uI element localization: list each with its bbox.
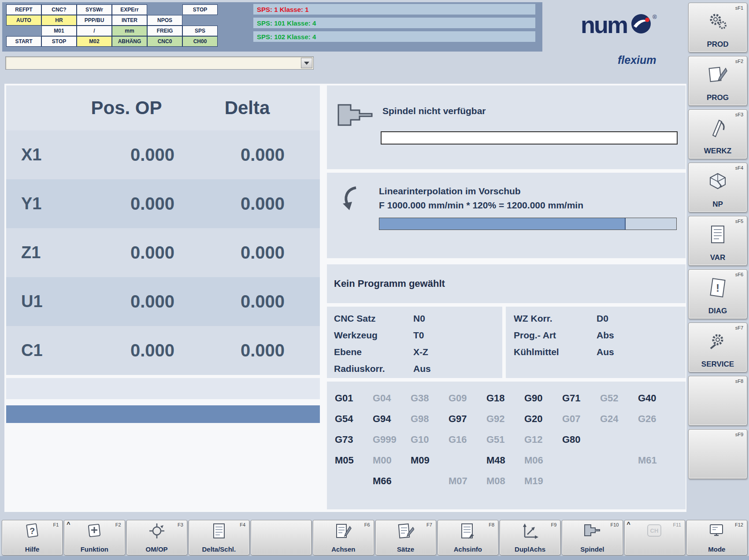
program-icon (689, 64, 747, 85)
softkey-var[interactable]: sF5 VAR (688, 216, 747, 266)
gm-code: G97 (449, 413, 486, 425)
softkey-label: SERVICE (689, 360, 747, 369)
header-band: REFPT CNC? SYSWr EXPErr STOP AUTO HR PPP… (2, 2, 542, 52)
softkey-sf9[interactable]: sF9 (688, 429, 747, 479)
softkey-f6-achsen[interactable]: F6 Achsen (313, 520, 374, 555)
status-cell: mm (112, 26, 147, 36)
softkey-number: sF9 (735, 432, 743, 437)
help-icon: ? (2, 522, 62, 540)
status-cell: / (77, 26, 112, 36)
axis-name: C1 (21, 341, 78, 360)
document-lines-icon (189, 522, 249, 540)
program-selector[interactable] (5, 56, 314, 70)
svg-text:!: ! (716, 282, 719, 294)
softkey-f8-achsinfo[interactable]: F8 Achsinfo (438, 520, 498, 555)
softkey-service[interactable]: sF7 SERVICE (688, 323, 747, 372)
num-logo-icon (630, 12, 653, 37)
softkey-f3-omop[interactable]: F3 OM/OP (126, 520, 187, 555)
softkey-diag[interactable]: sF6 ! DIAG (688, 269, 747, 319)
flexium-logo: flexium (618, 54, 656, 67)
gm-code: G01 (335, 393, 373, 404)
gm-code: M06 (524, 455, 562, 466)
status-cell: HR (41, 15, 77, 26)
sps-message-list: SPS: 1 Klasse: 1 SPS: 101 Klasse: 4 SPS:… (253, 4, 535, 45)
num-logo-text: num (581, 13, 627, 37)
status-cell: SYSWr (77, 4, 112, 15)
spindle-load-bar (381, 131, 678, 145)
axis-position-value: 0.000 (78, 341, 174, 360)
info-value: Aus (413, 363, 431, 374)
softkey-number: sF3 (735, 112, 743, 117)
document-pencil-icon (313, 522, 373, 540)
status-cell (6, 26, 41, 36)
feed-info-text: Linearinterpolation im Vorschub F 1000.0… (379, 184, 583, 212)
softkey-label: PROG (689, 93, 747, 102)
gm-code: G18 (486, 393, 524, 404)
footer-strip (0, 556, 749, 560)
program-selector-dropdown-button[interactable] (301, 58, 312, 68)
softkey-f4-delta-schl[interactable]: F4 Delta/Schl. (189, 520, 249, 555)
info-label: Ebene (334, 347, 413, 357)
spindle-icon (337, 101, 374, 130)
spindle-section: Spindel nicht verfügbar (327, 85, 686, 169)
softkey-f1-hilfe[interactable]: F1 ? Hilfe (2, 520, 63, 555)
softkey-label: NP (689, 200, 747, 209)
status-cell: PPP/BU (77, 15, 112, 26)
dropdown-arrow-icon (304, 62, 309, 65)
softkey-sf8[interactable]: sF8 (688, 376, 747, 426)
softkey-label: OM/OP (127, 545, 187, 553)
info-divider (502, 307, 506, 378)
softkey-label: DuplAchs (500, 545, 560, 553)
status-cell: M02 (77, 36, 112, 47)
feed-arrow-icon (338, 185, 360, 213)
gm-codes-section: G01 G04 G38 G09 G18 G90 G71 G52 G40 G54 … (327, 382, 686, 509)
status-cell (147, 4, 182, 15)
feed-override-bar (379, 218, 677, 230)
gm-code: G73 (335, 434, 373, 445)
info-row: WZ Korr.D0 (514, 310, 681, 327)
softkey-f9-duplachs[interactable]: F9 DuplAchs (500, 520, 560, 555)
gm-code: G40 (638, 393, 676, 404)
gm-code: G04 (373, 393, 411, 404)
info-value: Aus (597, 347, 614, 357)
gm-code: G51 (486, 434, 524, 445)
info-row: EbeneX-Z (334, 344, 501, 360)
document-arrow-icon (438, 522, 498, 540)
softkey-f5-empty[interactable] (251, 520, 311, 555)
info-column-left: CNC SatzN0 WerkzeugT0 EbeneX-Z Radiuskor… (334, 310, 501, 377)
softkey-np[interactable]: sF4 NP (688, 163, 747, 212)
info-label: Radiuskorr. (334, 363, 413, 374)
axis-delta-value: 0.000 (174, 194, 289, 214)
gm-code: M08 (486, 475, 524, 487)
gm-code: M09 (411, 455, 449, 466)
info-column-right: WZ Korr.D0 Prog.- ArtAbs KühlmittelAus (514, 310, 681, 360)
status-cell: NPOS (147, 15, 182, 26)
axis-name: X1 (21, 145, 78, 164)
feed-rate-line: F 1000.000 mm/min * 120% = 1200.000 mm/m… (379, 198, 583, 212)
gm-code: G10 (411, 434, 449, 445)
axis-position-value: 0.000 (78, 145, 174, 165)
gm-code: M66 (373, 475, 411, 487)
status-cell (182, 15, 218, 26)
axis-row: Z1 0.000 0.000 (6, 228, 320, 277)
status-cell: STOP (182, 4, 218, 15)
softkey-f2-funktion[interactable]: ^ F2 Funktion (64, 520, 125, 555)
info-value: X-Z (413, 347, 428, 357)
status-cell: FREIG (147, 26, 182, 36)
plus-icon (64, 522, 124, 540)
softkey-f10-spindel[interactable]: F10 Spindel (562, 520, 623, 555)
axis-position-value: 0.000 (78, 292, 174, 312)
softkey-f11-channel[interactable]: ^ F11 CH (624, 520, 685, 555)
gm-code: M05 (335, 455, 373, 466)
softkey-f7-saetze[interactable]: F7 Sätze (375, 520, 436, 555)
spindle-status-message: Spindel nicht verfügbar (382, 106, 486, 116)
spindle-small-icon (562, 522, 622, 538)
gm-code: M00 (373, 455, 411, 466)
softkey-f12-mode[interactable]: F12 Mode (686, 520, 747, 555)
info-row: Radiuskorr.Aus (334, 360, 501, 377)
softkey-number: sF7 (735, 325, 743, 330)
softkey-werkz[interactable]: sF3 WERKZ (688, 109, 747, 159)
softkey-prog[interactable]: sF2 PROG (688, 56, 747, 106)
softkey-prod[interactable]: sF1 PROD (688, 3, 747, 52)
softkey-label: Spindel (562, 545, 622, 553)
